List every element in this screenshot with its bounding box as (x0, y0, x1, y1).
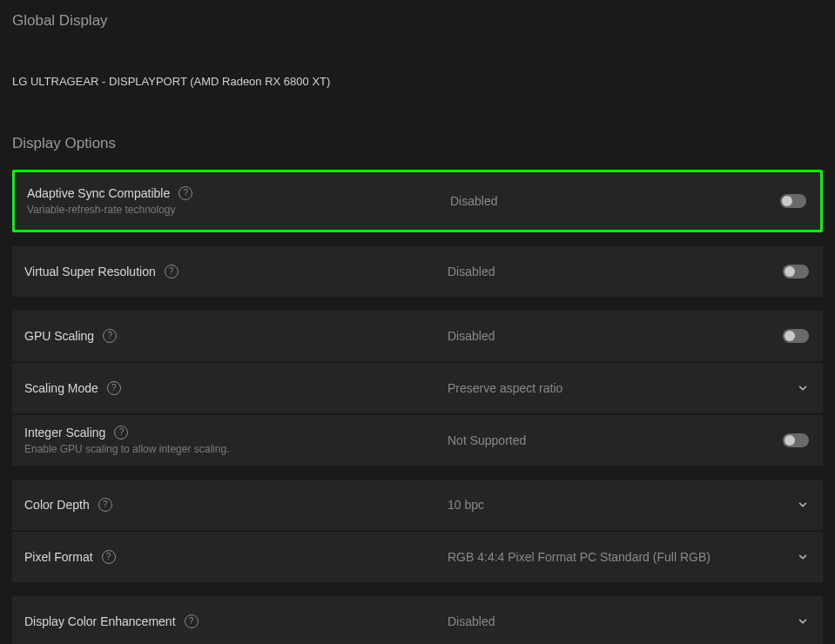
vsr-toggle[interactable] (783, 265, 809, 278)
help-icon[interactable]: ? (98, 498, 112, 512)
row-integer-scaling: Integer Scaling ? Enable GPU scaling to … (12, 415, 823, 466)
scaling-mode-label: Scaling Mode (24, 381, 98, 395)
display-options-title: Display Options (12, 135, 823, 152)
chevron-down-icon[interactable] (797, 615, 809, 627)
chevron-down-icon[interactable] (797, 499, 809, 511)
gpu-scaling-value: Disabled (448, 329, 495, 343)
row-pixel-format[interactable]: Pixel Format ? RGB 4:4:4 Pixel Format PC… (12, 532, 823, 582)
gpu-scaling-toggle[interactable] (783, 329, 809, 343)
help-icon[interactable]: ? (102, 550, 116, 564)
pixel-format-label: Pixel Format (24, 550, 93, 564)
pixel-format-value: RGB 4:4:4 Pixel Format PC Standard (Full… (448, 550, 710, 564)
color-enhancement-label: Display Color Enhancement (24, 614, 176, 628)
row-color-enhancement[interactable]: Display Color Enhancement ? Disabled (12, 596, 823, 644)
row-scaling-mode[interactable]: Scaling Mode ? Preserve aspect ratio (12, 363, 823, 413)
scaling-mode-value: Preserve aspect ratio (448, 381, 562, 395)
help-icon[interactable]: ? (103, 329, 117, 343)
adaptive-sync-label: Adaptive Sync Compatible (27, 186, 170, 200)
help-icon[interactable]: ? (165, 265, 178, 278)
chevron-down-icon[interactable] (797, 551, 809, 563)
adaptive-sync-toggle[interactable] (780, 194, 806, 208)
row-gpu-scaling: GPU Scaling ? Disabled (12, 311, 823, 361)
integer-scaling-toggle[interactable] (783, 433, 809, 447)
adaptive-sync-value: Disabled (450, 194, 497, 208)
chevron-down-icon[interactable] (797, 382, 809, 394)
help-icon[interactable]: ? (178, 186, 192, 200)
color-enhancement-value: Disabled (448, 614, 495, 628)
row-color-depth[interactable]: Color Depth ? 10 bpc (12, 480, 823, 530)
vsr-value: Disabled (448, 265, 495, 278)
help-icon[interactable]: ? (114, 426, 128, 439)
integer-scaling-label: Integer Scaling (24, 426, 105, 439)
adaptive-sync-sub: Variable-refresh-rate technology (27, 204, 412, 216)
color-depth-label: Color Depth (24, 498, 90, 512)
help-icon[interactable]: ? (107, 381, 121, 395)
color-depth-value: 10 bpc (448, 498, 484, 512)
integer-scaling-value: Not Supported (448, 433, 526, 447)
help-icon[interactable]: ? (185, 614, 199, 628)
vsr-label: Virtual Super Resolution (24, 265, 156, 278)
global-display-title: Global Display (12, 12, 823, 30)
row-adaptive-sync: Adaptive Sync Compatible ? Variable-refr… (12, 170, 823, 232)
display-device-name: LG ULTRAGEAR - DISPLAYPORT (AMD Radeon R… (12, 75, 823, 88)
gpu-scaling-label: GPU Scaling (24, 329, 94, 343)
integer-scaling-sub: Enable GPU scaling to allow integer scal… (24, 443, 409, 455)
row-vsr: Virtual Super Resolution ? Disabled (12, 246, 823, 297)
